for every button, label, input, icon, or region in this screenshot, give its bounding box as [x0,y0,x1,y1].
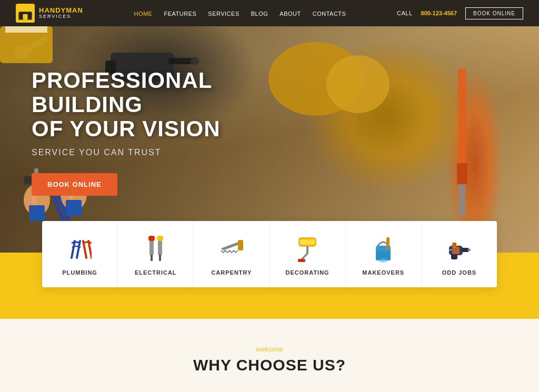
carpentry-label: CARPENTRY [211,269,252,276]
svg-rect-37 [157,236,163,241]
odd-jobs-icon [445,236,473,263]
nav-links: HOME FEATURES SERVICES BLOG ABOUT CONTAC… [134,8,346,18]
decorating-icon [294,236,321,263]
services-bar-wrapper: PLUMBING ELECTRICAL [0,253,539,319]
svg-rect-54 [452,247,460,254]
svg-rect-3 [23,14,28,20]
book-online-nav-button[interactable]: BOOK ONLINE [465,7,523,19]
logo-sub: SERVICES [39,14,83,19]
hero-title: PROFESSIONAL BUILDING OF YOUR VISION [32,68,258,142]
logo-icon [16,4,35,23]
svg-rect-51 [451,254,457,259]
hero-section: PROFESSIONAL BUILDING OF YOUR VISION SER… [0,26,539,253]
phone-number[interactable]: 800-123-4567 [421,10,457,16]
makeovers-label: MAKEOVERS [362,269,404,276]
nav-home[interactable]: HOME [134,11,152,17]
electrical-label: ELECTRICAL [135,269,177,276]
service-carpentry[interactable]: CARPENTRY [194,221,270,287]
hero-book-button[interactable]: BOOK ONLINE [32,173,117,196]
nav-blog[interactable]: BLOG [251,11,268,17]
service-decorating[interactable]: DECORATING [270,221,346,287]
svg-rect-36 [159,255,161,261]
svg-rect-50 [468,249,471,251]
why-section: welcome WHY CHOOSE US? [0,319,539,390]
nav-about[interactable]: ABOUT [280,11,301,17]
nav-right: CALL 800-123-4567 BOOK ONLINE [397,7,523,19]
nav-features[interactable]: FEATURES [164,11,196,17]
hero-content: PROFESSIONAL BUILDING OF YOUR VISION SER… [0,26,290,238]
svg-rect-53 [449,249,452,250]
plumbing-label: PLUMBING [62,269,97,276]
electrical-icon [142,236,169,263]
svg-rect-34 [148,236,155,241]
logo-text: HANDYMAN SERVICES [39,7,83,19]
decorating-label: DECORATING [286,269,330,276]
svg-rect-46 [385,246,391,250]
nav-services[interactable]: SERVICES [208,11,239,17]
makeovers-icon [370,236,397,263]
svg-point-47 [379,258,387,263]
svg-rect-43 [298,259,305,262]
svg-rect-33 [151,255,153,261]
service-plumbing[interactable]: PLUMBING [42,221,118,287]
hero-subtitle: SERVICE YOU CAN TRUST [32,148,258,157]
service-odd-jobs[interactable]: ODD JOBS [422,221,497,287]
carpentry-icon [218,236,245,263]
services-card: PLUMBING ELECTRICAL [42,221,497,287]
odd-jobs-label: ODD JOBS [442,269,476,276]
service-electrical[interactable]: ELECTRICAL [118,221,194,287]
svg-rect-41 [306,246,308,254]
navbar: HANDYMAN SERVICES HOME FEATURES SERVICES… [0,0,539,26]
bottom-images [0,390,539,392]
svg-rect-38 [238,240,243,250]
plumbing-icon [66,236,94,263]
logo[interactable]: HANDYMAN SERVICES [16,4,83,23]
why-welcome: welcome [32,345,507,353]
svg-rect-49 [462,248,469,252]
why-title: WHY CHOOSE US? [32,356,507,374]
svg-rect-40 [300,240,315,244]
service-makeovers[interactable]: MAKEOVERS [346,221,422,287]
nav-contacts[interactable]: CONTACTS [313,11,346,17]
logo-brand: HANDYMAN [39,7,83,14]
svg-rect-4 [18,8,20,12]
call-label: CALL [397,10,413,16]
